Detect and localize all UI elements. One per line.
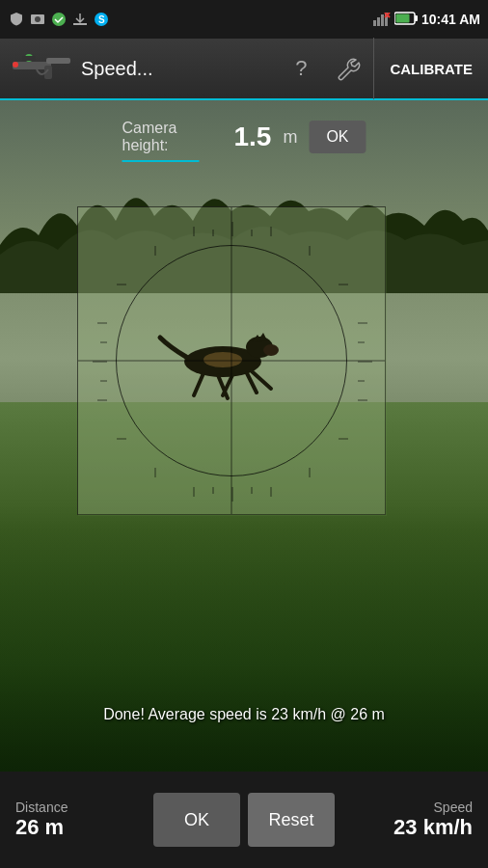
help-button[interactable]: ? [277,38,325,99]
photo-icon [29,11,46,28]
distance-value: 26 m [15,815,100,840]
shield-icon [8,11,25,28]
reticle-container [77,206,386,515]
reset-button[interactable]: Reset [248,793,335,847]
speed-label: Speed [434,800,473,815]
distance-display: Distance 26 m [0,800,116,840]
svg-rect-8 [381,14,384,26]
camera-height-label: Camera height: [122,120,223,154]
status-message: Done! Average speed is 23 km/h @ 26 m [0,706,488,723]
nav-title: Speed... [77,58,277,80]
svg-point-18 [13,62,18,68]
camera-height-ok-button[interactable]: OK [309,121,366,153]
status-icons-left: S [8,11,110,28]
nav-bar: Speed... ? CALIBRATE [0,39,488,100]
ok-button[interactable]: OK [153,793,240,847]
svg-rect-6 [373,20,376,26]
reticle-box [77,206,386,515]
status-bar: S 10:41 AM [0,0,488,39]
camera-height-underline [122,160,200,162]
reticle-circle [116,245,347,476]
svg-rect-13 [415,15,418,21]
distance-label: Distance [15,800,100,815]
svg-rect-3 [73,23,87,25]
svg-rect-20 [22,56,36,61]
svg-rect-14 [396,14,410,22]
skype-icon: S [93,11,110,28]
status-right: 10:41 AM [373,12,480,28]
question-mark-icon: ? [295,56,307,81]
camera-height-panel: Camera height: 1.5 m OK [122,120,366,154]
svg-point-1 [35,16,41,22]
wrench-icon [337,56,362,81]
camera-height-unit: m [283,127,297,148]
camera-view: Camera height: 1.5 m OK [0,100,488,772]
speed-display: Speed 23 km/h [372,800,488,840]
time-display: 10:41 AM [421,12,480,27]
svg-rect-16 [46,58,70,64]
camera-height-value: 1.5 [233,122,271,152]
battery-icon [394,12,418,28]
bottom-buttons: OK Reset [116,793,372,847]
grass-overlay [0,503,488,772]
svg-text:S: S [98,14,105,25]
bottom-bar: Distance 26 m OK Reset Speed 23 km/h [0,772,488,868]
status-text: Done! Average speed is 23 km/h @ 26 m [103,706,385,722]
speed-value: 23 km/h [393,815,473,840]
svg-point-2 [52,13,66,26]
gun-icon [0,44,77,93]
check-circle-icon [50,11,68,28]
signal-icon [373,13,391,26]
calibrate-button[interactable]: CALIBRATE [373,38,488,99]
wrench-button[interactable] [325,38,373,99]
download-icon [71,11,89,28]
svg-rect-7 [377,17,380,26]
